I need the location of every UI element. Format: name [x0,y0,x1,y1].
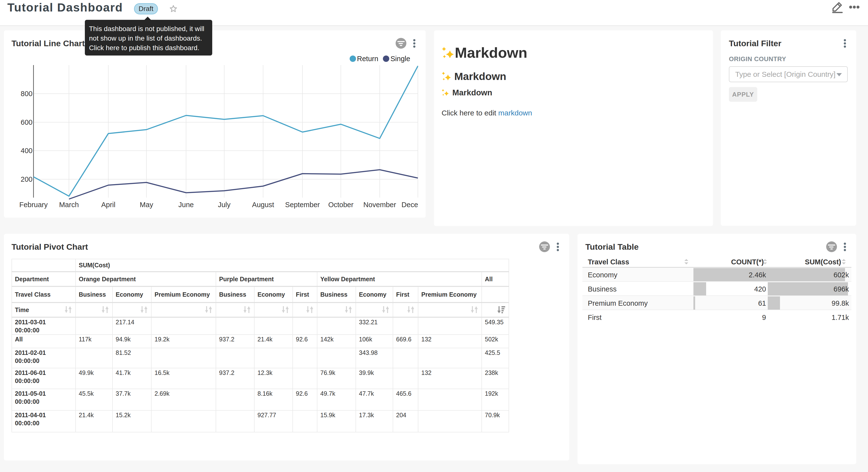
svg-text:200: 200 [21,175,33,183]
svg-text:October: October [328,201,353,209]
svg-text:800: 800 [21,90,33,97]
svg-text:March: March [59,201,79,209]
svg-text:April: April [101,201,115,209]
svg-text:May: May [140,201,153,209]
svg-text:400: 400 [21,147,33,154]
svg-text:July: July [218,201,230,209]
svg-text:December: December [401,201,418,209]
svg-text:600: 600 [21,118,33,126]
svg-text:November: November [363,201,396,209]
svg-text:August: August [252,201,274,209]
svg-text:February: February [19,201,48,209]
svg-text:Single: Single [391,55,410,63]
svg-text:September: September [285,201,320,209]
svg-text:June: June [179,201,194,209]
svg-text:Return: Return [357,55,378,63]
